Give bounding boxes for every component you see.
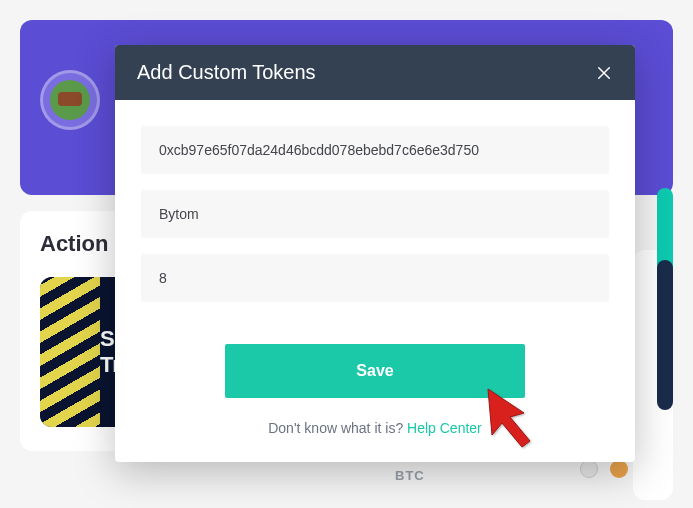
token-name-input[interactable] <box>141 190 609 238</box>
coin-dot-2 <box>610 460 628 478</box>
stripe-decoration <box>40 277 100 427</box>
help-center-link[interactable]: Help Center <box>407 420 482 436</box>
modal-header: Add Custom Tokens <box>115 45 635 100</box>
avatar <box>40 70 100 130</box>
token-decimals-input[interactable] <box>141 254 609 302</box>
coin-dot-1 <box>580 460 598 478</box>
help-row: Don't know what it is? Help Center <box>141 420 609 436</box>
btc-label: BTC <box>395 468 425 483</box>
save-button[interactable]: Save <box>225 344 525 398</box>
close-button[interactable] <box>595 64 613 82</box>
token-address-input[interactable] <box>141 126 609 174</box>
add-token-modal: Add Custom Tokens Save Don't know what i… <box>115 45 635 462</box>
modal-title: Add Custom Tokens <box>137 61 316 84</box>
close-icon <box>595 64 613 82</box>
dark-card <box>657 260 673 410</box>
help-prefix: Don't know what it is? <box>268 420 407 436</box>
modal-body: Save Don't know what it is? Help Center <box>115 100 635 462</box>
